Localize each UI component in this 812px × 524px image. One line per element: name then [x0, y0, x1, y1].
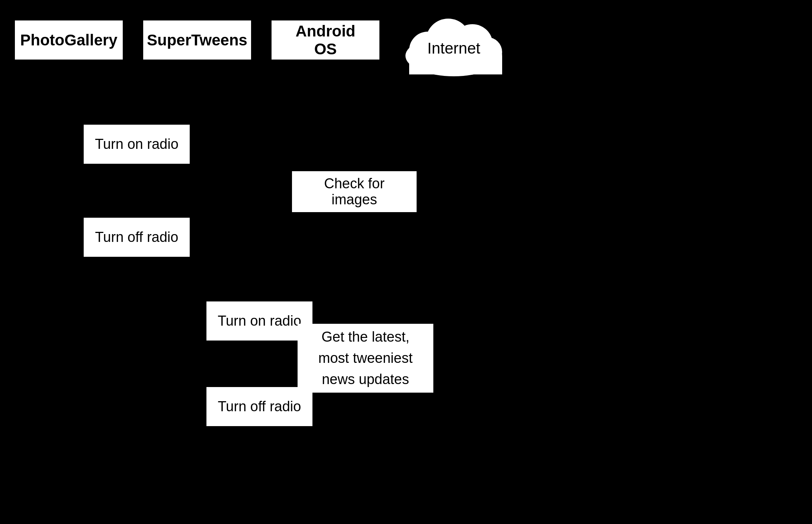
turn-on-radio-2-box: Turn on radio: [206, 301, 312, 341]
internet-cloud: Internet: [391, 7, 517, 82]
turn-off-radio-1-box: Turn off radio: [84, 218, 190, 257]
super-tweens-header: SuperTweens: [143, 20, 251, 60]
svg-rect-5: [409, 56, 502, 74]
turn-off-radio-2-box: Turn off radio: [206, 387, 312, 426]
internet-label: Internet: [391, 39, 517, 57]
get-latest-news-text: Get the latest, most tweeniest news upda…: [318, 326, 413, 390]
android-os-header: Android OS: [272, 20, 379, 60]
photo-gallery-header: PhotoGallery: [15, 20, 123, 60]
get-latest-news-box: Get the latest, most tweeniest news upda…: [298, 324, 433, 393]
check-for-images-box: Check for images: [292, 171, 417, 212]
turn-on-radio-1-box: Turn on radio: [84, 125, 190, 164]
diagram-container: PhotoGallery SuperTweens Android OS Inte…: [0, 0, 812, 524]
